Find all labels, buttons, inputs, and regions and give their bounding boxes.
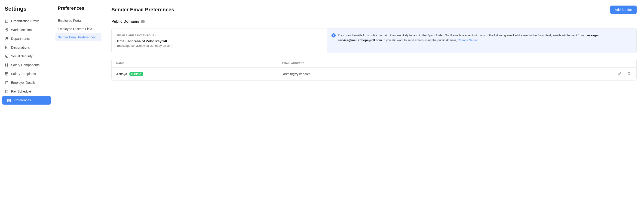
sidebar-item-social-security[interactable]: Social Security [0, 52, 53, 61]
sidebar-item-pay-schedule[interactable]: Pay Schedule [0, 87, 53, 96]
public-domain-info-box: i If you send emails from public domain,… [327, 29, 636, 53]
email-sent-name: Email address of Zoho Payroll [117, 39, 318, 43]
table-col-name: NAME [116, 62, 282, 65]
table-cell-actions [617, 71, 632, 77]
svg-point-5 [5, 64, 6, 65]
sidebar-label-pay-schedule: Pay Schedule [11, 90, 31, 93]
sidebar-label-work-locations: Work Locations [11, 28, 33, 32]
middle-nav-label-employee-portal: Employee Portal [58, 19, 82, 23]
components-icon [4, 63, 9, 67]
table-header: NAME EMAIL ADDRESS [112, 59, 636, 68]
svg-rect-12 [8, 99, 11, 100]
svg-point-3 [7, 38, 8, 38]
main-header: Sender Email Preferences Add Sender [112, 6, 636, 14]
section-header-public-domains: Public Domains i [112, 20, 636, 24]
info-box-icon: i [332, 33, 336, 38]
sidebar-item-designations[interactable]: Designations [0, 43, 53, 52]
svg-point-7 [5, 66, 6, 66]
shield-icon [4, 54, 9, 58]
public-domains-table: NAME EMAIL ADDRESS Adithya PRIMARY admin… [112, 59, 636, 81]
badge-icon [4, 45, 9, 50]
svg-point-8 [7, 66, 8, 66]
svg-point-6 [7, 64, 8, 65]
svg-rect-10 [5, 82, 8, 84]
users-icon [4, 37, 9, 41]
svg-point-2 [6, 38, 7, 39]
table-col-email: EMAIL ADDRESS [282, 62, 613, 65]
add-sender-button[interactable]: Add Sender [610, 6, 636, 14]
sidebar-nav: Organization Profile Work Locations [0, 17, 53, 201]
svg-rect-0 [5, 20, 8, 23]
svg-rect-4 [6, 46, 8, 49]
svg-rect-9 [5, 72, 8, 75]
sidebar-label-organization-profile: Organization Profile [11, 19, 40, 23]
table-row: Adithya PRIMARY admin@zylker.com [112, 68, 636, 80]
template-icon [4, 72, 9, 76]
preferences-icon [7, 98, 11, 102]
email-sent-through-panel: EMAILS ARE SENT THROUGH Email address of… [112, 29, 323, 53]
middle-panel-title: Preferences [53, 6, 104, 17]
sidebar-label-social-security: Social Security [11, 54, 32, 58]
middle-nav-label-sender-email-preferences: Sender Email Preferences [58, 35, 96, 39]
sidebar-item-preferences[interactable]: Preferences [2, 96, 50, 105]
page-title: Sender Email Preferences [112, 7, 174, 13]
svg-rect-13 [8, 100, 11, 101]
email-info-container: EMAILS ARE SENT THROUGH Email address of… [112, 28, 636, 53]
sidebar-label-designations: Designations [11, 46, 30, 49]
emails-sent-label: EMAILS ARE SENT THROUGH [117, 34, 318, 37]
svg-point-1 [6, 29, 7, 30]
public-domains-info-icon[interactable]: i [141, 20, 145, 23]
sidebar: Settings Organization Profile Work Locat… [0, 0, 53, 205]
info-text-part1: If you send emails from public domain, t… [338, 34, 584, 37]
sidebar-label-salary-templates: Salary Templates [11, 72, 36, 76]
sidebar-item-organization-profile[interactable]: Organization Profile [0, 17, 53, 26]
change-setting-link[interactable]: Change Setting [458, 38, 478, 42]
sidebar-label-departments: Departments [11, 37, 30, 41]
row-name: Adithya [116, 72, 127, 76]
sidebar-item-salary-components[interactable]: Salary Components [0, 61, 53, 69]
middle-nav-employee-portal[interactable]: Employee Portal [53, 17, 104, 25]
table-cell-email: admin@zylker.com [283, 72, 617, 76]
section-title-public-domains: Public Domains [112, 20, 139, 24]
employer-icon [4, 81, 9, 85]
svg-rect-11 [5, 90, 8, 93]
sidebar-title: Settings [0, 6, 53, 17]
middle-nav-employee-custom-field[interactable]: Employee Custom Field [53, 25, 104, 33]
edit-button[interactable] [617, 71, 622, 77]
sidebar-item-employer-details[interactable]: Employer Details [0, 78, 53, 87]
middle-nav-sender-email-preferences[interactable]: Sender Email Preferences [56, 33, 102, 41]
calendar-icon [4, 89, 9, 93]
sidebar-label-employer-details: Employer Details [11, 81, 36, 84]
main-content: Sender Email Preferences Add Sender Publ… [104, 0, 644, 205]
primary-badge: PRIMARY [130, 72, 143, 76]
info-box-text: If you send emails from public domain, t… [338, 33, 632, 43]
sidebar-item-salary-templates[interactable]: Salary Templates [0, 69, 53, 78]
info-text-part2: . If you still want to send emails using… [382, 38, 458, 42]
email-sent-address: (message-service@mail.zohopayroll.com) [117, 44, 318, 47]
middle-panel: Preferences Employee Portal Employee Cus… [53, 0, 104, 205]
sidebar-label-preferences: Preferences [14, 98, 31, 102]
sidebar-label-salary-components: Salary Components [11, 63, 40, 67]
middle-nav-label-employee-custom-field: Employee Custom Field [58, 27, 92, 31]
table-cell-name: Adithya PRIMARY [116, 72, 283, 76]
sidebar-item-departments[interactable]: Departments [0, 34, 53, 43]
delete-button[interactable] [626, 71, 632, 77]
svg-rect-14 [8, 101, 11, 102]
sidebar-item-work-locations[interactable]: Work Locations [0, 26, 53, 34]
location-icon [4, 28, 9, 32]
building-icon [4, 19, 9, 23]
